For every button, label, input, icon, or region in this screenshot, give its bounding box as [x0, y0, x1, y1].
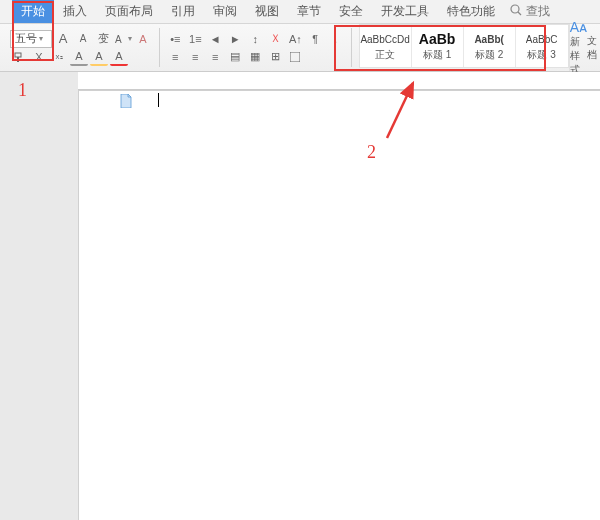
text-format-button[interactable]: 文档	[587, 24, 600, 71]
new-style-icon: Aᴀ	[570, 19, 587, 35]
new-style-button[interactable]: Aᴀ 新样式	[569, 24, 587, 71]
left-margin-area	[0, 72, 78, 520]
chevron-down-icon: ▾	[39, 34, 43, 43]
tab-security[interactable]: 安全	[330, 0, 372, 23]
distributed-button[interactable]: ▦	[246, 48, 264, 66]
search-label: 查找	[526, 3, 550, 20]
font-group: 五号 ▾ A A 变 A▾ A X x₂ A A A	[6, 24, 156, 71]
clear-button[interactable]: Ｘ	[266, 30, 284, 48]
line-spacing-button[interactable]: ↕	[246, 30, 264, 48]
font-size-select[interactable]: 五号 ▾	[10, 30, 52, 48]
style-preview: AaBbCcDd	[360, 30, 409, 48]
indent-left-button[interactable]: ◄	[206, 30, 224, 48]
style-label: 标题 3	[527, 48, 555, 62]
tab-insert[interactable]: 插入	[54, 0, 96, 23]
search-button[interactable]: 查找	[504, 3, 550, 20]
tab-features[interactable]: 特色功能	[438, 0, 504, 23]
svg-text:A: A	[115, 34, 122, 45]
highlight-button[interactable]: A	[90, 48, 108, 66]
document-page[interactable]	[78, 90, 600, 520]
align-justify-button[interactable]: ▤	[226, 48, 244, 66]
style-preview: AaBb	[419, 30, 456, 48]
tab-view[interactable]: 视图	[246, 0, 288, 23]
svg-rect-3	[15, 53, 21, 57]
chevron-down-icon: ▾	[128, 34, 132, 43]
text-cursor	[158, 93, 159, 107]
align-left-button[interactable]: ≡	[166, 48, 184, 66]
svg-rect-4	[17, 57, 19, 62]
align-center-button[interactable]: ≡	[186, 48, 204, 66]
tab-layout[interactable]: 页面布局	[96, 0, 162, 23]
align-right-button[interactable]: ≡	[206, 48, 224, 66]
indent-right-button[interactable]: ►	[226, 30, 244, 48]
clear-format-button[interactable]: A	[134, 30, 152, 48]
paragraph-group: •≡ 1≡ ◄ ► ↕ Ｘ A↑ ¶ ↓ ≡ ≡ ≡ ▤ ▦ ⊞	[162, 24, 348, 71]
text-format-label: 文档	[587, 34, 600, 62]
decrease-font-button[interactable]: A	[74, 30, 92, 48]
horizontal-ruler[interactable]	[78, 72, 600, 90]
tab-chapter[interactable]: 章节	[288, 0, 330, 23]
sort-button[interactable]: ↓	[326, 30, 344, 48]
annotation-label-2: 2	[367, 142, 376, 163]
search-icon	[510, 4, 522, 19]
style-heading3[interactable]: AaBbC 标题 3	[516, 25, 568, 67]
font-effects-button[interactable]: A▾	[114, 30, 132, 48]
style-heading2[interactable]: AaBb( 标题 2	[464, 25, 516, 67]
style-label: 标题 2	[475, 48, 503, 62]
tab-dev[interactable]: 开发工具	[372, 0, 438, 23]
style-preview: AaBbC	[526, 30, 558, 48]
font-color-button[interactable]: A	[110, 48, 128, 66]
tab-review[interactable]: 审阅	[204, 0, 246, 23]
format-painter-button[interactable]	[10, 48, 28, 66]
numbering-button[interactable]: 1≡	[186, 30, 204, 48]
style-label: 正文	[375, 48, 395, 62]
subscript-button[interactable]: x₂	[50, 48, 68, 66]
annotation-label-1: 1	[18, 80, 27, 101]
font-size-value: 五号	[15, 31, 37, 46]
strikethrough-button[interactable]: X	[30, 48, 48, 66]
styles-gallery[interactable]: AaBbCcDd 正文 AaBb 标题 1 AaBb( 标题 2 AaBbC 标…	[359, 24, 569, 68]
style-label: 标题 1	[423, 48, 451, 62]
style-preview: AaBb(	[474, 30, 503, 48]
text-direction-button[interactable]: A↑	[286, 30, 304, 48]
style-normal[interactable]: AaBbCcDd 正文	[360, 25, 412, 67]
svg-line-1	[518, 12, 521, 15]
tabs-button[interactable]: ⊞	[266, 48, 284, 66]
font-style-button[interactable]: A	[70, 48, 88, 66]
svg-rect-5	[290, 52, 300, 62]
style-heading1[interactable]: AaBb 标题 1	[412, 25, 464, 67]
ribbon-tabs: 开始 插入 页面布局 引用 审阅 视图 章节 安全 开发工具 特色功能 查找	[0, 0, 600, 24]
page-icon	[120, 94, 132, 108]
bullets-button[interactable]: •≡	[166, 30, 184, 48]
ribbon-toolbar: 五号 ▾ A A 变 A▾ A X x₂ A A A •≡ 1	[0, 24, 600, 72]
phonetic-button[interactable]: 变	[94, 30, 112, 48]
tab-references[interactable]: 引用	[162, 0, 204, 23]
tab-home[interactable]: 开始	[12, 0, 54, 23]
svg-point-0	[511, 5, 519, 13]
increase-font-button[interactable]: A	[54, 30, 72, 48]
shading-button[interactable]	[286, 48, 304, 66]
new-style-label: 新样式	[570, 35, 587, 77]
show-marks-button[interactable]: ¶	[306, 30, 324, 48]
